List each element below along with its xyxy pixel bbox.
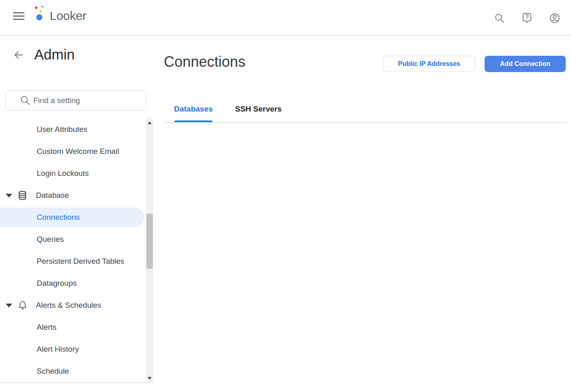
logo-blue-ring bbox=[36, 14, 42, 20]
caret-down-icon[interactable] bbox=[6, 194, 12, 197]
tab-label: Databases bbox=[174, 102, 213, 114]
sidebar-item-alert-history[interactable]: Alert History bbox=[0, 338, 146, 360]
scroll-up-icon[interactable] bbox=[148, 121, 152, 124]
sidebar-item-user-attributes[interactable]: User Attributes bbox=[0, 118, 146, 140]
sidebar-item-label: Connections bbox=[37, 213, 80, 222]
sidebar-item-schedule[interactable]: Schedule bbox=[0, 360, 146, 382]
sidebar-item-queries[interactable]: Queries bbox=[0, 228, 146, 250]
sidebar-item-datagroups[interactable]: Datagroups bbox=[0, 272, 146, 294]
sidebar-item-alerts[interactable]: Alerts bbox=[0, 316, 146, 338]
sidebar-scrollbar[interactable] bbox=[146, 118, 153, 383]
sidebar-item-label: Queries bbox=[37, 235, 64, 244]
database-icon bbox=[17, 190, 28, 201]
settings-search bbox=[5, 90, 146, 110]
admin-settings-nav: User Attributes Custom Welcome Email Log… bbox=[0, 118, 146, 382]
sidebar-item-label: User Attributes bbox=[37, 125, 88, 134]
sidebar-item-connections[interactable]: Connections bbox=[0, 208, 144, 227]
sidebar-item-database[interactable]: Database bbox=[0, 184, 146, 206]
back-arrow-icon[interactable] bbox=[13, 50, 24, 60]
scrollbar-thumb[interactable] bbox=[146, 214, 153, 269]
sidebar-item-label: Database bbox=[36, 191, 69, 200]
tabs-divider bbox=[164, 122, 566, 123]
bell-icon bbox=[17, 300, 28, 311]
search-icon[interactable] bbox=[494, 12, 505, 24]
sidebar-item-persistent-derived-tables[interactable]: Persistent Derived Tables bbox=[0, 250, 146, 272]
looker-admin-page: Looker ? bbox=[0, 0, 571, 392]
public-ip-addresses-button[interactable]: Public IP Addresses bbox=[383, 56, 475, 72]
logo-yellow-dot bbox=[40, 10, 42, 12]
help-icon[interactable]: ? bbox=[521, 12, 533, 24]
sidebar-item-label: Alerts & Schedules bbox=[36, 301, 101, 310]
sidebar-title: Admin bbox=[34, 46, 75, 63]
caret-down-icon[interactable] bbox=[6, 304, 12, 307]
add-connection-button[interactable]: Add Connection bbox=[485, 56, 566, 72]
scroll-down-icon[interactable] bbox=[148, 377, 152, 380]
topbar-actions: ? bbox=[494, 0, 560, 36]
sidebar-item-label: Datagroups bbox=[37, 279, 77, 288]
search-input[interactable] bbox=[5, 90, 146, 110]
sidebar-item-label: Login Lockouts bbox=[37, 169, 89, 178]
looker-logo[interactable] bbox=[35, 6, 49, 28]
top-app-bar: Looker ? bbox=[0, 0, 571, 36]
hamburger-icon[interactable] bbox=[13, 12, 24, 20]
sidebar-item-label: Alert History bbox=[37, 345, 79, 354]
tab-databases[interactable]: Databases bbox=[174, 102, 213, 123]
svg-text:?: ? bbox=[525, 13, 529, 20]
sidebar-item-label: Custom Welcome Email bbox=[37, 147, 119, 156]
sidebar-item-alerts-schedules[interactable]: Alerts & Schedules bbox=[0, 294, 146, 316]
logo-green-ring bbox=[42, 6, 43, 7]
sidebar-item-label: Persistent Derived Tables bbox=[37, 257, 124, 266]
sidebar-item-label: Alerts bbox=[37, 323, 57, 332]
sidebar-item-label: Schedule bbox=[37, 367, 69, 376]
tab-ssh-servers[interactable]: SSH Servers bbox=[235, 102, 282, 123]
logo-red-ring bbox=[35, 7, 37, 9]
sidebar-bottom-divider bbox=[0, 382, 153, 383]
sidebar-item-login-lockouts[interactable]: Login Lockouts bbox=[0, 162, 146, 184]
page-title: Connections bbox=[164, 53, 245, 70]
brand-name[interactable]: Looker bbox=[50, 9, 86, 23]
tab-label: SSH Servers bbox=[235, 102, 282, 114]
sidebar-item-custom-welcome-email[interactable]: Custom Welcome Email bbox=[0, 140, 146, 162]
account-icon[interactable] bbox=[549, 12, 560, 24]
